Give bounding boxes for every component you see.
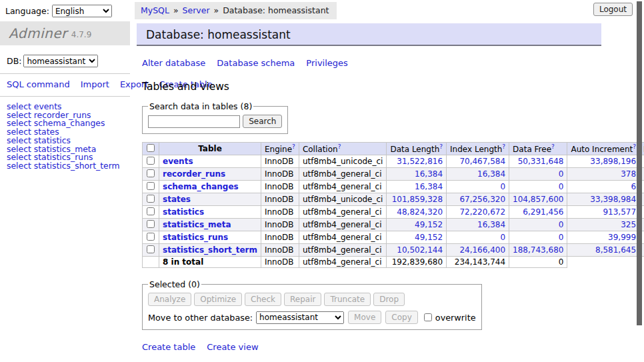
row-checkbox-recorder-runs[interactable] (147, 169, 155, 177)
link-privileges[interactable]: Privileges (306, 58, 348, 68)
repair-button[interactable]: Repair (284, 293, 321, 306)
language-select[interactable]: English (52, 5, 112, 17)
table-row: eventsInnoDButf8mb4_unicode_ci31,522,816… (143, 155, 644, 168)
data-free-link[interactable]: 50,331,648 (518, 157, 564, 166)
row-checkbox-events[interactable] (147, 157, 155, 165)
index-length-link[interactable]: 0 (500, 233, 505, 242)
sidebar-action-links: SQL commandImportExportCreate table (7, 79, 127, 90)
check-button[interactable]: Check (245, 293, 281, 306)
help-link[interactable]: ? (439, 143, 443, 150)
auto-increment-link[interactable]: 6 (631, 182, 636, 191)
logout-button[interactable]: Logout (593, 3, 633, 16)
data-free-link[interactable]: 0 (559, 220, 564, 229)
link-create-table[interactable]: Create table (142, 342, 195, 352)
move-database-select[interactable]: homeassistant (256, 311, 344, 324)
column-header-engine: Engine? (261, 143, 299, 155)
index-length-link[interactable]: 16,384 (477, 169, 505, 179)
table-link-statistics-meta[interactable]: statistics_meta (163, 220, 231, 229)
column-header-table: Table (159, 143, 261, 155)
auto-increment-link[interactable]: 378 (621, 169, 636, 179)
table-link-statistics-short-term[interactable]: statistics_short_term (163, 245, 257, 255)
data-length-cell: 49,152 (387, 219, 447, 231)
index-length-cell: 72,220,672 (447, 206, 509, 219)
overwrite-checkbox[interactable] (424, 313, 432, 321)
row-checkbox-schema-changes[interactable] (147, 182, 155, 190)
sidebar-select-statistics-short-term[interactable]: select statistics_short_term (7, 162, 130, 171)
index-length-link[interactable]: 0 (500, 182, 505, 191)
data-length-link[interactable]: 49,152 (415, 220, 443, 229)
table-row: statistics_short_termInnoDButf8mb4_gener… (143, 244, 644, 257)
sidebar-link-sql-command[interactable]: SQL command (7, 79, 70, 89)
total-row: 8 in totalInnoDButf8mb4_general_ci192,83… (143, 257, 644, 268)
help-link[interactable]: ? (292, 143, 295, 150)
data-length-link[interactable]: 10,502,144 (397, 245, 443, 255)
auto-increment-link[interactable]: 33,898,196 (590, 157, 636, 166)
data-length-link[interactable]: 101,859,328 (392, 195, 443, 204)
data-free-link[interactable]: 188,743,680 (513, 245, 563, 255)
breadcrumb-mysql-link[interactable]: MySQL (141, 5, 169, 15)
search-input[interactable] (148, 115, 240, 128)
auto-increment-link[interactable]: 8,581,645 (595, 245, 636, 255)
table-row: statistics_metaInnoDButf8mb4_general_ci4… (143, 219, 644, 231)
data-free-link[interactable]: 0 (559, 182, 564, 191)
row-checkbox-cell (143, 231, 159, 244)
select-all-checkbox[interactable] (147, 144, 155, 152)
table-link-statistics[interactable]: statistics (163, 207, 204, 217)
db-select[interactable]: homeassistant (23, 55, 98, 67)
data-free-link[interactable]: 0 (559, 169, 564, 179)
index-length-link[interactable]: 16,384 (477, 220, 505, 229)
row-checkbox-statistics[interactable] (147, 207, 155, 215)
row-checkbox-states[interactable] (147, 195, 155, 203)
content: Alter databaseDatabase schemaPrivileges … (137, 58, 601, 362)
data-length-link[interactable]: 48,824,320 (397, 207, 443, 217)
drop-button[interactable]: Drop (373, 293, 405, 306)
data-free-link[interactable]: 104,857,600 (513, 195, 563, 204)
auto-increment-link[interactable]: 39,999 (608, 233, 636, 242)
data-free-link[interactable]: 6,291,456 (523, 207, 563, 217)
index-length-link[interactable]: 67,256,320 (459, 195, 505, 204)
link-database-schema[interactable]: Database schema (217, 58, 295, 68)
copy-button[interactable]: Copy (385, 311, 417, 324)
data-length-link[interactable]: 49,152 (415, 233, 443, 242)
main-content: MySQL » Server » Database: homeassistant… (137, 0, 601, 362)
link-create-view[interactable]: Create view (207, 342, 258, 352)
row-checkbox-statistics-meta[interactable] (147, 220, 155, 228)
index-length-link[interactable]: 24,166,400 (459, 245, 505, 255)
table-link-schema-changes[interactable]: schema_changes (163, 182, 239, 191)
help-link[interactable]: ? (338, 143, 341, 150)
index-length-link[interactable]: 70,467,584 (459, 157, 505, 166)
link-alter-database[interactable]: Alter database (142, 58, 205, 68)
row-checkbox-statistics-short-term[interactable] (147, 245, 155, 253)
auto-increment-link[interactable]: 33,398,984 (590, 195, 636, 204)
data-length-link[interactable]: 31,522,816 (397, 157, 443, 166)
search-fieldset: Search data in tables (8) Search (142, 101, 288, 134)
table-link-states[interactable]: states (163, 195, 191, 204)
table-link-events[interactable]: events (163, 157, 193, 166)
db-label: DB: (7, 56, 21, 66)
breadcrumb-server-link[interactable]: Server (183, 5, 210, 15)
help-link[interactable]: ? (633, 143, 636, 150)
vertical-scrollbar-thumb[interactable] (637, 1, 642, 325)
analyze-button[interactable]: Analyze (148, 293, 191, 306)
row-checkbox-statistics-runs[interactable] (147, 233, 155, 241)
help-link[interactable]: ? (551, 143, 555, 150)
sidebar-link-import[interactable]: Import (81, 79, 109, 89)
search-button[interactable]: Search (243, 115, 282, 128)
optimize-button[interactable]: Optimize (194, 293, 242, 306)
table-link-recorder-runs[interactable]: recorder_runs (163, 169, 225, 179)
column-header-index-length: Index Length? (447, 143, 509, 155)
data-length-link[interactable]: 16,384 (415, 169, 443, 179)
index-length-link[interactable]: 72,220,672 (459, 207, 505, 217)
data-length-link[interactable]: 16,384 (415, 182, 443, 191)
data-length-cell: 10,502,144 (387, 244, 447, 257)
auto-increment-cell: 913,577 (567, 206, 640, 219)
truncate-button[interactable]: Truncate (324, 293, 371, 306)
auto-increment-link[interactable]: 325 (621, 220, 636, 229)
table-link-statistics-runs[interactable]: statistics_runs (163, 233, 228, 242)
move-button[interactable]: Move (348, 311, 381, 324)
help-link[interactable]: ? (502, 143, 505, 150)
data-free-cell: 188,743,680 (509, 244, 567, 257)
auto-increment-link[interactable]: 913,577 (603, 207, 636, 217)
row-checkbox-cell (143, 244, 159, 257)
data-free-link[interactable]: 0 (559, 233, 564, 242)
